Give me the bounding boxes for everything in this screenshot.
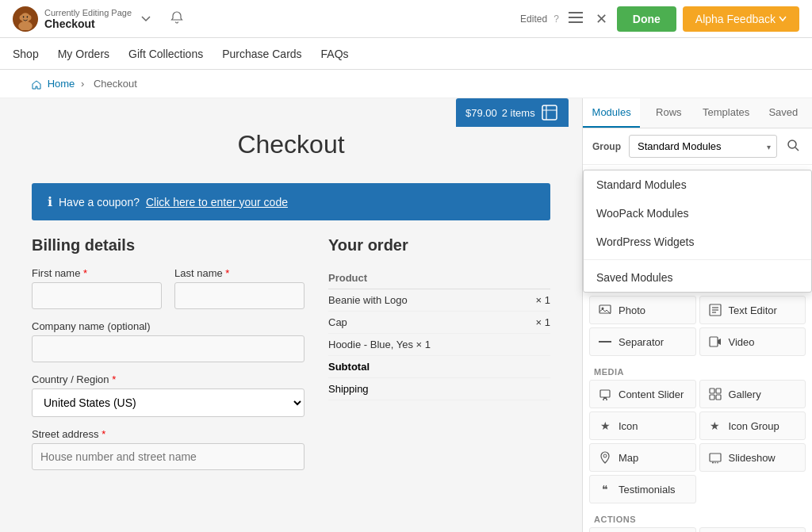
last-name-group: Last name * <box>174 267 304 309</box>
svg-point-32 <box>714 462 716 464</box>
media-modules-grid: Content Slider Gallery ★ Icon ★ Icon Gro… <box>589 380 806 503</box>
subtotal-value <box>523 356 550 378</box>
module-contact-form[interactable]: Contact Form <box>699 527 806 532</box>
feedback-button[interactable]: Alpha Feedback <box>683 6 799 32</box>
street-input[interactable] <box>32 443 304 470</box>
tab-saved[interactable]: Saved <box>755 98 812 128</box>
module-slideshow[interactable]: Slideshow <box>699 443 806 472</box>
order-title: Your order <box>328 236 550 255</box>
shipping-label: Shipping <box>328 378 523 400</box>
country-label: Country / Region * <box>32 373 304 385</box>
svg-point-24 <box>606 399 607 400</box>
last-name-input[interactable] <box>174 282 304 309</box>
order-item-1-name: Beanie with Logo <box>328 289 523 312</box>
nav-gift-collections[interactable]: Gift Collections <box>128 48 203 60</box>
svg-rect-28 <box>716 395 721 400</box>
actions-modules-grid: Callout Contact Form Call to Action <box>589 527 806 532</box>
svg-rect-26 <box>716 388 721 393</box>
order-item-3-name: Hoodie - Blue, Yes × 1 <box>328 334 523 356</box>
nav-faqs[interactable]: FAQs <box>321 48 349 60</box>
nav-purchase-cards[interactable]: Purchase Cards <box>222 48 301 60</box>
order-section: Your order Product Beanie with Logo × 1 <box>328 236 550 481</box>
avatar <box>13 6 38 32</box>
module-text-editor[interactable]: Text Editor <box>699 296 806 324</box>
tab-rows[interactable]: Rows <box>640 98 697 128</box>
module-icon[interactable]: ★ Icon <box>589 411 696 440</box>
price-bar: $79.00 2 items <box>456 98 569 127</box>
icon-group-icon: ★ <box>708 419 722 433</box>
module-photo[interactable]: Photo <box>589 296 696 324</box>
table-row: Beanie with Logo × 1 <box>328 289 550 312</box>
first-name-input[interactable] <box>32 282 162 309</box>
module-video[interactable]: Video <box>699 327 806 356</box>
editing-label: Currently Editing Page <box>44 8 132 17</box>
module-video-label: Video <box>729 336 755 348</box>
module-separator-label: Separator <box>619 336 664 348</box>
module-testimonials[interactable]: ❝ Testimonials <box>589 475 696 503</box>
module-photo-label: Photo <box>619 304 645 316</box>
svg-point-6 <box>28 15 31 20</box>
nav-shop[interactable]: Shop <box>13 48 39 60</box>
module-map[interactable]: Map <box>589 443 696 472</box>
svg-point-11 <box>788 140 796 148</box>
module-map-label: Map <box>619 452 638 464</box>
coupon-link[interactable]: Click here to enter your code <box>146 196 288 209</box>
module-gallery[interactable]: Gallery <box>699 380 806 408</box>
dropdown-item-wordpress[interactable]: WordPress Widgets <box>584 228 811 256</box>
module-content-slider[interactable]: Content Slider <box>589 380 696 408</box>
dropdown-item-standard[interactable]: Standard Modules <box>584 170 811 199</box>
svg-point-33 <box>717 462 718 464</box>
module-slideshow-label: Slideshow <box>729 452 776 464</box>
svg-rect-21 <box>600 390 610 397</box>
slideshow-icon <box>708 450 722 465</box>
panel-tabs: Modules Rows Templates Saved <box>583 98 812 128</box>
dropdown-item-saved[interactable]: Saved Modules <box>584 263 811 292</box>
breadcrumb-home[interactable]: Home <box>48 78 75 90</box>
first-name-group: First name * <box>32 267 162 309</box>
billing-section: Billing details First name * Last name * <box>32 236 304 481</box>
top-bar-right: Edited ? ✕ Done Alpha Feedback <box>520 6 799 32</box>
icon-module-icon: ★ <box>598 419 612 433</box>
svg-rect-7 <box>569 12 583 13</box>
tab-templates[interactable]: Templates <box>698 98 755 128</box>
chevron-down-button[interactable] <box>138 10 154 28</box>
tab-modules[interactable]: Modules <box>583 98 640 128</box>
nav-bar: Shop My Orders Gift Collections Purchase… <box>0 38 812 70</box>
module-icon-group-label: Icon Group <box>729 420 779 432</box>
checkout-title: Checkout <box>32 130 550 159</box>
done-button[interactable]: Done <box>617 6 676 32</box>
company-input[interactable] <box>32 335 304 362</box>
module-callout[interactable]: Callout <box>589 527 696 532</box>
company-label: Company name (optional) <box>32 320 304 332</box>
module-content-slider-label: Content Slider <box>619 388 684 400</box>
module-testimonials-label: Testimonials <box>619 484 676 496</box>
items-count: 2 items <box>502 107 535 119</box>
close-button[interactable]: ✕ <box>592 7 611 31</box>
main-layout: Checkout ℹ Have a coupon? Click here to … <box>0 98 812 532</box>
breadcrumb-current: Checkout <box>94 78 137 90</box>
dropdown-item-woopack[interactable]: WooPack Modules <box>584 199 811 228</box>
svg-rect-27 <box>710 395 714 400</box>
subtotal-row: Subtotal <box>328 356 550 378</box>
last-name-label: Last name * <box>174 267 304 279</box>
billing-title: Billing details <box>32 236 304 255</box>
text-editor-icon <box>708 303 722 317</box>
module-separator[interactable]: Separator <box>589 327 696 356</box>
shipping-row: Shipping <box>328 378 550 400</box>
country-select[interactable]: United States (US) <box>32 388 304 417</box>
list-icon-button[interactable] <box>565 9 586 29</box>
testimonials-icon: ❝ <box>598 482 612 496</box>
svg-rect-10 <box>542 105 557 120</box>
notification-bell-button[interactable] <box>167 7 187 30</box>
product-header: Product <box>328 267 523 289</box>
group-select[interactable]: Standard Modules WooPack Modules WordPre… <box>629 135 777 158</box>
svg-point-29 <box>603 454 607 457</box>
svg-rect-8 <box>569 17 583 18</box>
nav-my-orders[interactable]: My Orders <box>58 48 109 60</box>
search-modules-button[interactable] <box>783 136 802 158</box>
module-icon-group[interactable]: ★ Icon Group <box>699 411 806 440</box>
coupon-text: Have a coupon? <box>59 196 140 209</box>
page-content: Checkout ℹ Have a coupon? Click here to … <box>0 98 582 532</box>
total-header <box>523 267 550 289</box>
svg-rect-20 <box>710 337 718 346</box>
